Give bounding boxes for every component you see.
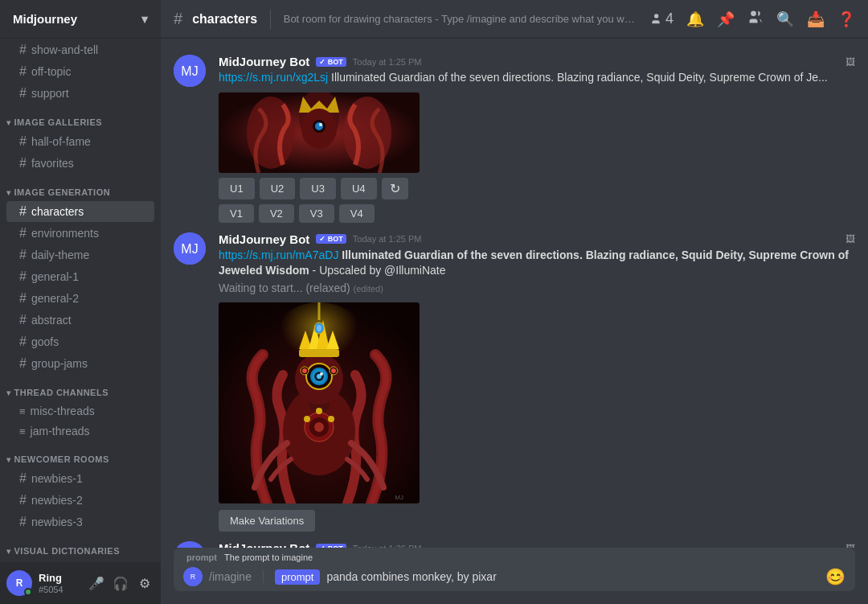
v4-button[interactable]: V4 (339, 204, 375, 223)
sidebar-item-environments[interactable]: # environments (6, 223, 154, 244)
prompt-tag: prompt (275, 569, 320, 585)
svg-point-28 (302, 368, 307, 373)
u1-button[interactable]: U1 (219, 178, 255, 199)
input-divider (263, 570, 264, 583)
channel-label: support (31, 87, 69, 100)
hash-icon: # (19, 335, 27, 349)
input-avatar: R (183, 567, 203, 586)
help-icon[interactable]: ❓ (837, 10, 855, 28)
status-dot (24, 588, 32, 596)
message-input[interactable] (326, 570, 819, 583)
channel-label: goofs (31, 335, 59, 348)
prompt-label-text: prompt (186, 553, 217, 562)
members-icon[interactable] (747, 9, 764, 29)
hash-icon: # (19, 43, 27, 57)
bot-verified-tag: ✓ BOT (316, 57, 346, 67)
thread-icon: ≡ (19, 425, 26, 438)
msg-header-2: MidJourney Bot ✓ BOT Today at 1:25 PM 🖼 (219, 232, 855, 246)
v1-button[interactable]: V1 (219, 204, 254, 223)
sidebar-item-characters[interactable]: # characters (6, 201, 154, 222)
sidebar-item-newbies-1[interactable]: # newbies-1 (6, 468, 154, 489)
channel-label: show-and-tell (31, 43, 98, 56)
discriminator: #5054 (39, 585, 87, 594)
server-chevron: ▾ (141, 12, 148, 27)
section-image-generation[interactable]: ▾ IMAGE GENERATION (0, 175, 161, 200)
hash-icon: # (19, 356, 27, 371)
pin-icon[interactable]: 📌 (717, 10, 735, 28)
server-header[interactable]: Midjourney ▾ (0, 0, 161, 39)
sidebar-item-jam-threads[interactable]: ≡ jam-threads (6, 421, 154, 441)
section-newcomer-rooms[interactable]: ▾ NEWCOMER ROOMS (0, 442, 161, 467)
channel-label: abstract (31, 314, 72, 327)
emoji-button[interactable]: 😊 (825, 567, 845, 586)
channel-label: favorites (31, 157, 74, 170)
u4-button[interactable]: U4 (341, 178, 377, 199)
svg-rect-31 (299, 349, 339, 357)
v2-button[interactable]: V2 (259, 204, 294, 223)
settings-button[interactable]: ⚙ (135, 573, 154, 593)
expand-icon-2[interactable]: 🖼 (845, 233, 855, 244)
search-icon[interactable]: 🔍 (776, 10, 794, 28)
channel-label: general-1 (31, 270, 79, 283)
msg-link-2[interactable]: https://s.mj.run/mA7aDJ (219, 249, 338, 261)
make-variations-button[interactable]: Make Variations (219, 510, 315, 532)
section-chevron: ▾ (6, 388, 11, 397)
sidebar-item-general-1[interactable]: # general-1 (6, 266, 154, 287)
svg-point-37 (317, 325, 321, 331)
inbox-icon[interactable]: 📥 (807, 10, 825, 28)
section-visual-dictionaries[interactable]: ▾ VISUAL DICTIONARIES (0, 533, 161, 559)
channel-label: jam-threads (31, 425, 90, 438)
notifications-icon[interactable]: 🔔 (686, 10, 704, 28)
hash-icon: # (19, 248, 27, 262)
channel-label: group-jams (31, 357, 88, 370)
hash-icon: # (19, 493, 27, 507)
sidebar-item-newbies-2[interactable]: # newbies-2 (6, 490, 154, 511)
sidebar-item-goofs[interactable]: # goofs (6, 331, 154, 352)
message-content-3: MidJourney Bot ✓ BOT Today at 1:26 PM 🖼 … (219, 541, 855, 548)
sidebar-item-newbies-3[interactable]: # newbies-3 (6, 512, 154, 532)
msg-header-1: MidJourney Bot ✓ BOT Today at 1:25 PM 🖼 (219, 55, 855, 68)
section-label: THREAD CHANNELS (14, 388, 109, 397)
bot-verified-tag-2: ✓ BOT (316, 234, 346, 244)
msg-link-1[interactable]: https://s.mj.run/xg2Lsj (219, 71, 328, 84)
msg-text-2: https://s.mj.run/mA7aDJ Illuminated Guar… (219, 248, 855, 279)
expand-icon[interactable]: 🖼 (845, 56, 855, 68)
svg-point-11 (319, 123, 322, 126)
section-thread-channels[interactable]: ▾ THREAD CHANNELS (0, 375, 161, 401)
member-count: 4 (649, 10, 674, 27)
mute-button[interactable]: 🎤 (87, 573, 106, 593)
sidebar-item-show-and-tell[interactable]: # show-and-tell (6, 39, 154, 60)
hash-icon: # (19, 134, 27, 149)
channel-label: general-2 (31, 292, 79, 305)
svg-point-38 (304, 416, 310, 422)
sidebar-item-misc-threads[interactable]: ≡ misc-threads (6, 401, 154, 421)
svg-text:MJ: MJ (181, 242, 198, 256)
svg-point-39 (328, 416, 334, 422)
hash-icon: # (19, 226, 27, 240)
sidebar-item-favorites[interactable]: # favorites (6, 153, 154, 174)
refresh-button[interactable]: ↻ (382, 178, 408, 199)
input-row: R /imagine prompt 😊 (174, 562, 855, 591)
sidebar-item-support[interactable]: # support (6, 83, 154, 104)
sidebar-item-group-jams[interactable]: # group-jams (6, 353, 154, 374)
deafen-button[interactable]: 🎧 (111, 573, 130, 593)
hash-icon: # (19, 291, 27, 306)
bot-avatar-3: MJ (174, 541, 206, 548)
sidebar-item-hall-of-fame[interactable]: # hall-of-fame (6, 131, 154, 152)
section-image-galleries[interactable]: ▾ IMAGE GALLERIES (0, 105, 161, 130)
user-area: R Ring #5054 🎤 🎧 ⚙ (0, 562, 161, 604)
channel-label: environments (31, 227, 99, 240)
msg-timestamp-2: Today at 1:25 PM (353, 234, 422, 244)
sidebar-item-daily-theme[interactable]: # daily-theme (6, 244, 154, 265)
channel-topic: Bot room for drawing characters - Type /… (284, 13, 640, 25)
channel-list: # show-and-tell # off-topic # support ▾ … (0, 39, 161, 562)
v3-button[interactable]: V3 (299, 204, 334, 223)
upscale-buttons-row2: V1 V2 V3 V4 (219, 204, 855, 223)
sidebar-item-off-topic[interactable]: # off-topic (6, 61, 154, 82)
u2-button[interactable]: U2 (260, 178, 296, 199)
u3-button[interactable]: U3 (300, 178, 336, 199)
sidebar-item-general-2[interactable]: # general-2 (6, 288, 154, 309)
channel-hash-icon: # (174, 10, 182, 28)
main-content: # characters Bot room for drawing charac… (161, 0, 868, 604)
sidebar-item-abstract[interactable]: # abstract (6, 310, 154, 331)
